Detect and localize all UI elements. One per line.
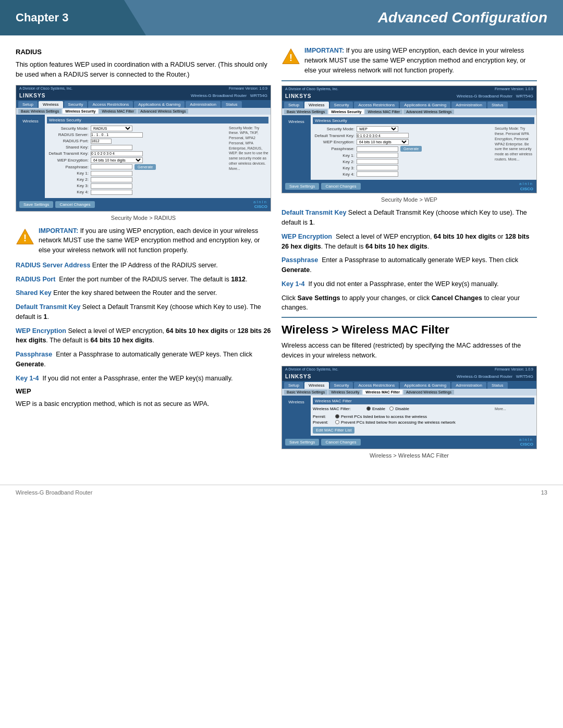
cancel-changes-button[interactable]: Cancel Changes	[55, 201, 94, 208]
tab-admin[interactable]: Administration	[186, 101, 221, 108]
security-mode-row: Security Mode: RADIUS	[47, 126, 225, 131]
tab-status[interactable]: Status	[222, 101, 242, 108]
key2-input[interactable]	[91, 177, 132, 182]
key4-label: Key 4:	[47, 190, 89, 194]
mac-filter-desc: Wireless access can be filtered (restric…	[282, 341, 537, 361]
wep-enc-select[interactable]: 64 bits 10 hex digits	[357, 139, 409, 145]
wep-default-tx-input[interactable]	[357, 133, 409, 138]
wep-tab-access[interactable]: Access Restrictions	[354, 102, 399, 108]
tab-wireless[interactable]: Wireless	[39, 101, 63, 108]
wep-security-mode-select[interactable]: WEP	[357, 126, 398, 132]
wep-panel-title: Wireless Security	[313, 117, 534, 124]
wep-key4-input[interactable]	[357, 171, 398, 177]
generate-button[interactable]: Generate	[134, 164, 156, 170]
wireless-security-panel: Wireless Security Security Mode: RADIUS …	[45, 115, 271, 198]
wep-tab-apps[interactable]: Applications & Gaming	[400, 102, 450, 108]
wep-tab-wireless[interactable]: Wireless	[304, 102, 329, 108]
warning-icon-2: !	[282, 47, 300, 66]
wep-sub-mac[interactable]: Wireless MAC Filter	[365, 109, 402, 114]
radius-server-label: RADIUS Server:	[47, 132, 89, 137]
mac-tab-setup[interactable]: Setup	[284, 382, 303, 389]
field-passphrase-right: Passphrase Enter a Passphrase to automat…	[282, 255, 537, 275]
mac-tab-status[interactable]: Status	[487, 382, 508, 389]
wep-cisco-logo: alnln CISCO	[519, 181, 533, 191]
shared-key-row: Shared Key:	[47, 145, 225, 150]
linksys-brand-wep: LINKSYS	[285, 93, 311, 99]
wep-enc-label: WEP Encryption:	[47, 158, 89, 163]
mac-sub-mac[interactable]: Wireless MAC Filter	[363, 390, 402, 394]
default-tx-input[interactable]	[91, 151, 143, 156]
sub-security[interactable]: Wireless Security	[63, 109, 98, 114]
edit-mac-button[interactable]: Edit MAC Filter List	[313, 427, 354, 434]
key3-input[interactable]	[91, 183, 132, 189]
mac-filter-title: Wireless > Wireless MAC Filter	[282, 323, 537, 337]
key4-input[interactable]	[91, 190, 132, 195]
panel-body: Security Mode: RADIUS RADIUS Server: RAD…	[47, 126, 268, 196]
wep-tab-status[interactable]: Status	[487, 102, 508, 108]
wep-sub-security[interactable]: Wireless Security	[328, 109, 364, 114]
screenshot-footer: Save Settings Cancel Changes alnln CISCO	[16, 198, 271, 211]
wep-tab-admin[interactable]: Administration	[451, 102, 486, 108]
mac-tab-security[interactable]: Security	[330, 382, 353, 389]
wep-footer-buttons: Save Settings Cancel Changes	[285, 183, 361, 190]
tab-access[interactable]: Access Restrictions	[88, 101, 133, 108]
wep-passphrase-input[interactable]	[357, 146, 398, 152]
field-wep-enc-right: WEP Encryption Select a level of WEP enc…	[282, 232, 537, 252]
disable-radio[interactable]	[389, 406, 394, 411]
permit-radio[interactable]	[335, 414, 339, 418]
wep-key2-input[interactable]	[357, 159, 398, 164]
mac-footer-buttons: Save Settings Cancel Changes	[285, 439, 361, 446]
mac-tab-wireless[interactable]: Wireless	[304, 382, 329, 389]
wep-enc-select[interactable]: 64 bits 10 hex digits	[91, 157, 143, 163]
default-tx-label: Default Transmit Key:	[47, 151, 89, 156]
prevent-radio[interactable]	[335, 420, 339, 424]
wep-panel: Wireless Security Security Mode: WEP Def…	[311, 115, 536, 180]
sub-advanced[interactable]: Advanced Wireless Settings	[138, 109, 188, 114]
wep-key1-input[interactable]	[357, 153, 398, 158]
field-shared-key: Shared Key Enter the key shared between …	[16, 288, 271, 298]
sub-mac[interactable]: Wireless MAC Filter	[99, 109, 137, 114]
wep-content: Wireless Wireless Security Security Mode…	[282, 115, 536, 180]
shared-key-input[interactable]	[91, 145, 132, 150]
cisco-logo: alnln CISCO	[253, 200, 267, 209]
wep-key3-input[interactable]	[357, 165, 398, 170]
mac-panel-title: Wireless MAC Filter	[313, 398, 534, 404]
wep-cancel-button[interactable]: Cancel Changes	[321, 183, 360, 190]
wep-sub-basic[interactable]: Basic Wireless Settings	[284, 109, 327, 114]
field-key14-left: Key 1-4 If you did not enter a Passphras…	[16, 374, 271, 384]
wep-enc-row: WEP Encryption: 64 bits 10 hex digits	[47, 157, 225, 163]
shared-key-label: Shared Key:	[47, 145, 89, 150]
wep-tab-setup[interactable]: Setup	[284, 102, 303, 108]
tab-apps[interactable]: Applications & Gaming	[134, 101, 185, 108]
mac-sub-advanced[interactable]: Advanced Wireless Settings	[403, 390, 454, 394]
wep-generate-button[interactable]: Generate	[400, 146, 422, 152]
wep-tab-security[interactable]: Security	[330, 102, 353, 108]
save-settings-button[interactable]: Save Settings	[19, 201, 53, 208]
mac-cancel-button[interactable]: Cancel Changes	[321, 439, 360, 446]
mac-caption: Wireless > Wireless MAC Filter	[282, 452, 537, 459]
mac-sub-security[interactable]: Wireless Security	[328, 390, 362, 394]
tab-setup[interactable]: Setup	[18, 101, 38, 108]
security-mode-select[interactable]: RADIUS	[91, 126, 132, 131]
mac-sub-basic[interactable]: Basic Wireless Settings	[284, 390, 327, 394]
key1-label: Key 1:	[47, 171, 89, 176]
mac-form: Wireless MAC Filter: Enable Disable Perm…	[313, 406, 491, 434]
key2-label: Key 2:	[47, 177, 89, 182]
mac-tab-apps[interactable]: Applications & Gaming	[400, 382, 450, 389]
wep-form: Security Mode: WEP Default Transmit Key:…	[313, 126, 491, 178]
mac-tab-admin[interactable]: Administration	[451, 382, 486, 389]
radius-server-input[interactable]	[91, 132, 143, 138]
enable-radio[interactable]	[366, 406, 371, 411]
field-radius-server: RADIUS Server Address Enter the IP Addre…	[16, 261, 271, 270]
wep-save-button[interactable]: Save Settings	[285, 183, 319, 190]
security-mode-label: Security Mode:	[47, 126, 89, 131]
key1-input[interactable]	[91, 171, 132, 176]
mac-filter-row: Wireless MAC Filter: Enable Disable	[313, 406, 491, 411]
sub-basic[interactable]: Basic Wireless Settings	[18, 109, 62, 114]
passphrase-input[interactable]	[91, 164, 132, 169]
mac-tab-access[interactable]: Access Restrictions	[354, 382, 399, 389]
wep-sub-advanced[interactable]: Advanced Wireless Settings	[403, 109, 454, 114]
radius-port-input[interactable]	[91, 139, 112, 144]
mac-save-button[interactable]: Save Settings	[285, 439, 319, 446]
tab-security[interactable]: Security	[64, 101, 88, 108]
